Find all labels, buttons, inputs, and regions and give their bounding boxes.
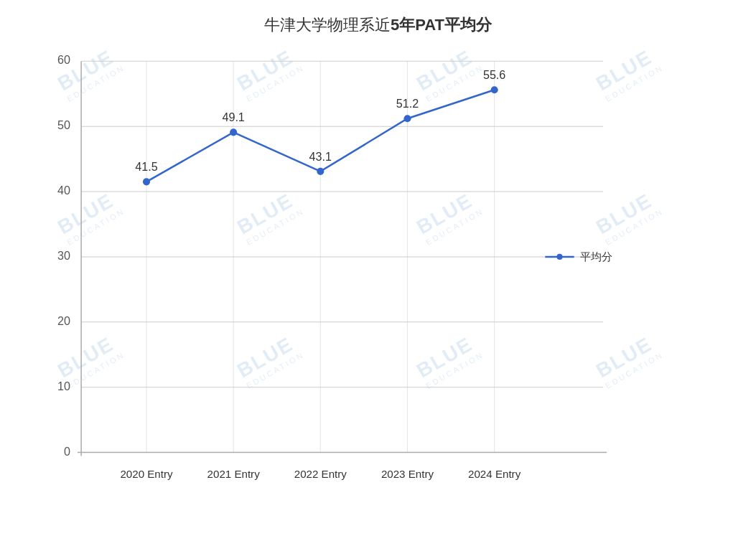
title-text-bold: 5年PAT平均分 [391,16,492,34]
y-label-20: 20 [57,314,70,327]
y-label-50: 50 [57,118,70,131]
y-label-30: 30 [57,249,70,262]
x-label-2020: 2020 Entry [120,468,173,480]
chart-svg: 0 10 20 30 40 50 60 41.5 49.1 43.1 51.2 … [36,39,634,489]
data-label-2023: 51.2 [396,97,419,110]
data-point-2022 [317,168,324,175]
data-point-2024 [491,86,498,93]
y-label-60: 60 [57,53,70,66]
title-text-part1: 牛津大学物理系近 [264,16,391,34]
y-label-40: 40 [57,184,70,197]
data-label-2020: 41.5 [135,160,157,173]
y-label-10: 10 [57,380,70,392]
data-label-2021: 49.1 [222,110,244,123]
x-label-2023: 2023 Entry [381,468,434,480]
y-label-0: 0 [64,445,70,458]
chart-title: 牛津大学物理系近5年PAT平均分 [0,0,756,43]
legend-dot [556,254,562,260]
data-point-2020 [143,178,150,185]
x-label-2022: 2022 Entry [294,468,347,480]
data-label-2024: 55.6 [483,68,505,81]
legend-label: 平均分 [580,250,612,263]
x-label-2024: 2024 Entry [468,468,521,480]
x-label-2021: 2021 Entry [207,468,261,480]
data-label-2022: 43.1 [309,150,332,163]
data-point-2023 [403,115,411,122]
data-point-2021 [230,128,237,136]
chart-container: BLUEEDUCATION BLUEEDUCATION BLUEEDUCATIO… [0,0,756,546]
